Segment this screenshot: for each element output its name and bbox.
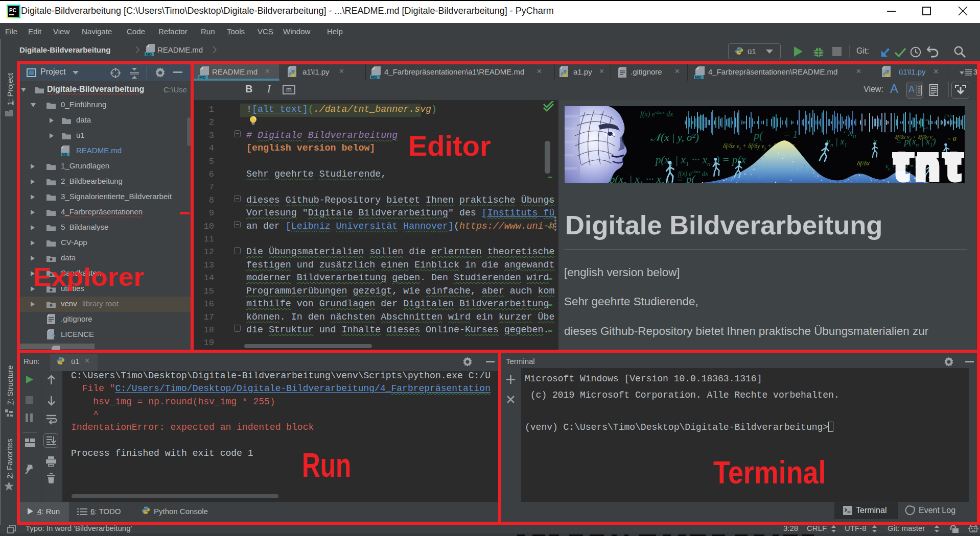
svg-text:= 1: = 1 [783, 129, 798, 140]
svg-text:MD: MD [146, 52, 152, 56]
svg-text:MD: MD [62, 153, 67, 156]
svg-text:vn | x1: vn | x1 [826, 136, 847, 148]
svg-text:∞: ∞ [925, 117, 929, 123]
svg-text:PC: PC [9, 8, 16, 13]
svg-text:δf/δx: δf/δx [857, 159, 870, 167]
svg-text:MD: MD [199, 75, 206, 79]
svg-text:-∞: -∞ [924, 126, 928, 131]
svg-text:p(xn | x1 ··· xn-1) = p(x: p(xn | x1 ··· xn-1) = p(x [655, 154, 746, 167]
svg-text:2πix: 2πix [944, 112, 953, 118]
svg-text:= 0: = 0 [947, 135, 956, 142]
svg-text:MD: MD [695, 75, 702, 79]
svg-text:MD: MD [371, 75, 378, 79]
svg-text:tnt: tnt [895, 143, 965, 183]
svg-text:?: ? [51, 333, 55, 339]
svg-text:p(xn | x1 ··· xn-1) = p(: p(xn | x1 ··· xn-1) = p( [609, 173, 696, 183]
svg-text:𝒩(x | y, σ²): 𝒩(x | y, σ²) [650, 131, 699, 143]
svg-text:p(: p( [753, 129, 764, 141]
